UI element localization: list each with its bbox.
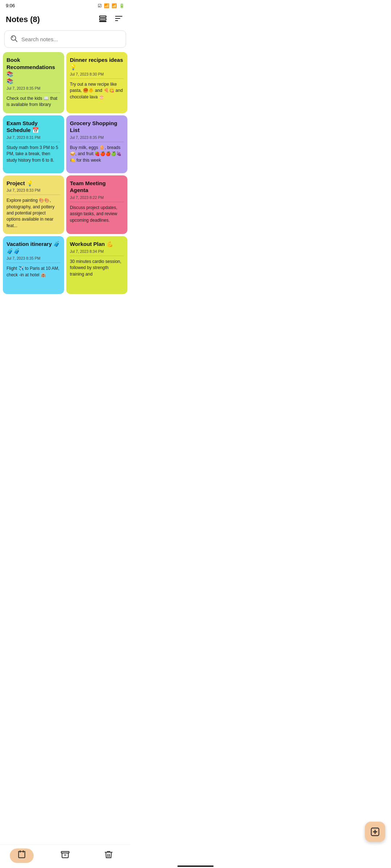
time-label: 9:06 [6,3,15,8]
note-title-2: Dinner recipes ideas 💡 [70,56,124,71]
note-date-1: Jul 7, 2023 8:35 PM [7,86,60,90]
note-content-7: Flight ✈️ to Paris at 10 AM, check -in a… [7,265,60,278]
note-date-4: Jul 7, 2023 8:35 PM [70,135,124,140]
header: Notes (8) [0,10,130,30]
note-date-5: Jul 7, 2023 8:33 PM [7,188,60,192]
note-card-8[interactable]: Workout Plan 💪 Jul 7, 2023 8:34 PM 30 mi… [66,236,127,294]
note-card-7[interactable]: Vacation itinerary 🧳🧳🧳 Jul 7, 2023 8:35 … [3,236,64,294]
note-title-8: Workout Plan 💪 [70,241,124,248]
note-date-8: Jul 7, 2023 8:34 PM [70,249,124,254]
page-title: Notes (8) [6,15,40,24]
svg-rect-2 [100,21,106,22]
note-content-1: Check out the kids 📖 that is available f… [7,95,60,108]
note-date-2: Jul 7, 2023 8:30 PM [70,72,124,76]
note-content-4: Buy milk, eggs 🥚, breads 🥪, and fruit 🍓🍎… [70,145,124,163]
battery-icon: 🔋 [119,3,125,8]
note-date-3: Jul 7, 2023 8:31 PM [7,135,60,140]
search-input[interactable] [21,36,121,42]
nfc-icon: ☑ [98,3,102,8]
signal-icon: 📶 [112,3,117,8]
layout-button[interactable] [97,13,109,26]
wifi-icon: 📶 [104,3,109,8]
note-date-7: Jul 7, 2023 8:35 PM [7,256,60,260]
note-card-5[interactable]: Project 💡 Jul 7, 2023 8:33 PM Explore pa… [3,175,64,234]
note-title-6: Team Meeting Agenta [70,180,124,194]
note-title-4: Grocery Shopping List [70,120,124,134]
note-card-6[interactable]: Team Meeting Agenta Jul 7, 2023 8:22 PM … [66,175,127,234]
note-content-6: Discuss project updates, assign tasks, a… [70,205,124,224]
svg-rect-1 [100,18,106,20]
note-title-1: Book Recommendations 📚📚 [7,56,60,85]
svg-rect-8 [12,37,13,38]
note-card-2[interactable]: Dinner recipes ideas 💡 Jul 7, 2023 8:30 … [66,52,127,113]
note-title-5: Project 💡 [7,180,60,187]
search-icon [10,34,18,44]
search-bar[interactable] [4,30,126,48]
note-content-8: 30 minutes cardio session, followed by s… [70,259,124,277]
note-card-4[interactable]: Grocery Shopping List Jul 7, 2023 8:35 P… [66,115,127,173]
note-card-3[interactable]: Exam Study Schedule 📅 Jul 7, 2023 8:31 P… [3,115,64,173]
sort-button[interactable] [113,13,125,26]
note-content-5: Explore painting 🎨🎨, photography, and po… [7,197,60,229]
note-card-1[interactable]: Book Recommendations 📚📚 Jul 7, 2023 8:35… [3,52,64,113]
svg-rect-0 [100,16,106,17]
status-bar: 9:06 ☑ 📶 📶 🔋 [0,0,130,10]
note-date-6: Jul 7, 2023 8:22 PM [70,195,124,200]
note-title-3: Exam Study Schedule 📅 [7,120,60,134]
note-content-2: Try out a new recipe like pasta, 🥮🐥 and … [70,81,124,100]
note-title-7: Vacation itinerary 🧳🧳🧳 [7,241,60,255]
header-icons [97,13,125,26]
status-icons: ☑ 📶 📶 🔋 [98,3,125,8]
svg-line-7 [15,40,17,42]
note-content-3: Study math from 3 PM to 5 PM, take a bre… [7,145,60,163]
notes-grid: Book Recommendations 📚📚 Jul 7, 2023 8:35… [0,52,130,323]
